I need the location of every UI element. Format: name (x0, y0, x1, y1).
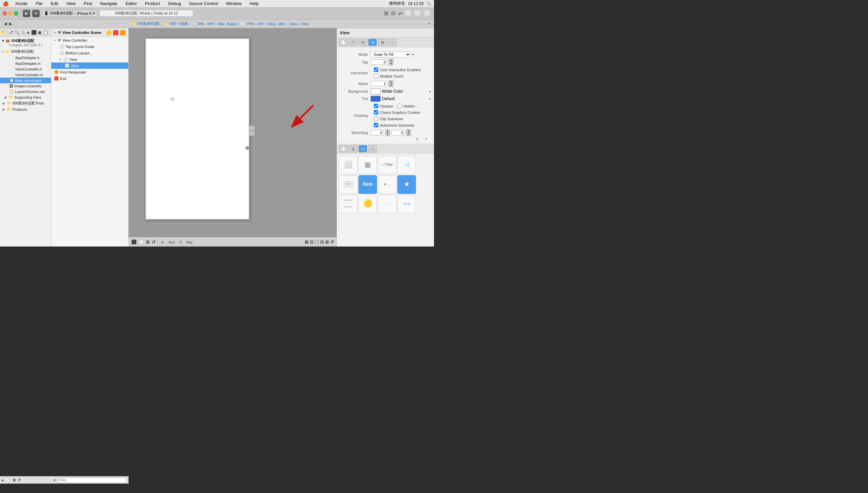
editor-version-button[interactable]: ⇌ (397, 9, 403, 17)
canvas-bottom-icon3[interactable]: ⊞ (146, 239, 150, 244)
editor-assistant-button[interactable]: ⊟ (391, 9, 396, 17)
close-button[interactable] (3, 12, 7, 16)
sidebar-item-viewcontroller-h[interactable]: 📄 ViewController.h (0, 66, 51, 72)
debug-icon[interactable]: ⬛ (31, 30, 37, 35)
add-tab-button[interactable]: + (428, 21, 430, 26)
canvas-bottom-icon2[interactable]: 🕐 (139, 239, 144, 244)
scene-item-view-parent[interactable]: ▾ ⬜ View (51, 56, 128, 62)
stop-button[interactable]: ■ (32, 10, 40, 17)
sy-decrement[interactable]: ▾ (406, 133, 411, 136)
clip-subviews-checkbox[interactable] (374, 116, 378, 121)
mode-select[interactable]: Scale To Fill (371, 51, 411, 58)
scene-item-first-responder[interactable]: 🟠 First Responder (51, 69, 128, 75)
canvas-icon-r2[interactable]: ⊡ (310, 239, 313, 244)
disclosure-vc[interactable]: ▾ (54, 39, 56, 42)
sidebar-item-supporting-files[interactable]: ▶ 📁 Supporting Files (0, 94, 51, 100)
inspector-tab-connections[interactable]: → (388, 39, 396, 46)
obj-nav-bar[interactable]: ◁ Title (378, 156, 396, 174)
obj-back-button[interactable]: ◁ (397, 156, 416, 174)
test-icon[interactable]: ◈ (26, 30, 30, 35)
sidebar-item-mainstoryboard[interactable]: 📋 Main.storyboard (0, 78, 51, 83)
sx-increment[interactable]: ▴ (385, 129, 390, 133)
canvas-icon-r5[interactable]: ⊞ (325, 239, 329, 244)
breadcrumb-folder[interactable]: 📁 008···6适配 (164, 21, 188, 26)
disclosure-main[interactable]: ▾ (2, 50, 4, 53)
alpha-decrement[interactable]: ▾ (389, 84, 393, 87)
multiple-touch-checkbox[interactable] (374, 74, 378, 78)
canvas-bottom-icon4[interactable]: ↺ (152, 239, 155, 244)
maximize-button[interactable] (14, 12, 18, 16)
sx-decrement[interactable]: ▾ (385, 133, 390, 136)
menu-help[interactable]: Help (248, 1, 260, 6)
tag-input[interactable] (371, 60, 387, 65)
menu-file[interactable]: File (34, 1, 44, 6)
inspector-tab-size[interactable]: ⊞ (378, 39, 387, 46)
obj-plain-view[interactable]: ⬜ (339, 156, 357, 174)
obj-flex-space[interactable]: 🟡 (358, 195, 377, 213)
menu-debug[interactable]: Debug (167, 1, 182, 6)
run-button[interactable]: ▶ (23, 10, 30, 17)
folder-icon[interactable]: 📁 (1, 30, 7, 35)
sidebar-item-main-group[interactable]: ▾ 📁 008案例6适配 (0, 48, 51, 55)
warning-icon[interactable]: ⚠ (21, 30, 25, 35)
disclosure-supporting[interactable]: ▶ (5, 96, 7, 99)
menu-find[interactable]: Find (82, 1, 93, 6)
canvas-icon-r3[interactable]: ⬚ (315, 239, 319, 244)
menu-view[interactable]: View (65, 1, 77, 6)
obj-arrows[interactable]: ⟺ (397, 195, 416, 213)
stretching-y-input[interactable] (392, 130, 405, 135)
obj-blue-star[interactable]: ★ (397, 175, 416, 194)
breadcrumb-view2[interactable]: View (301, 22, 309, 26)
obj-gray-view[interactable]: ▦ (358, 156, 377, 174)
search-sidebar-icon[interactable]: 🔍 (15, 30, 20, 35)
disclosure-tests[interactable]: ▶ (3, 102, 5, 105)
menu-navigate[interactable]: Navigate (99, 1, 118, 6)
inspector-tab-identity[interactable]: ⊙ (358, 39, 367, 46)
autoresize-checkbox[interactable] (374, 123, 378, 127)
breadcrumb-controller[interactable]: View...oller (268, 22, 285, 26)
nav-back-button[interactable]: ◀ (4, 21, 7, 26)
obj-star-more[interactable]: ★ ... (378, 175, 396, 194)
object-lib-tab-curly[interactable]: {} (349, 145, 357, 152)
alpha-input[interactable] (371, 81, 387, 86)
sidebar-item-viewcontroller-m[interactable]: 📄 ViewController.m (0, 72, 51, 78)
opaque-checkbox[interactable] (374, 104, 378, 108)
breadcrumb-base[interactable]: Mai...Base) (218, 22, 237, 26)
inspector-tab-quickhelp[interactable]: ? (349, 39, 357, 46)
object-lib-tab-file[interactable]: 📄 (339, 145, 348, 152)
disclosure-root[interactable]: ▾ (2, 39, 4, 43)
breadcrumb-view1[interactable]: View (289, 22, 297, 26)
scene-item-view-child[interactable]: ⬜ View (51, 62, 128, 69)
search-icon[interactable]: 🔍 (426, 1, 431, 6)
background-color-swatch[interactable] (371, 88, 381, 94)
menu-editor[interactable]: Editor (124, 1, 138, 6)
canvas-icon-r4[interactable]: ⊟ (320, 239, 324, 244)
scene-item-viewcontroller[interactable]: ▾ ⚙ View Controller (51, 37, 128, 43)
minimize-button[interactable] (8, 12, 13, 16)
canvas-bottom-icon1[interactable]: ⬛ (131, 239, 137, 244)
nav-forward-button[interactable]: ▶ (9, 21, 13, 26)
git-icon[interactable]: ⎇ (8, 30, 13, 35)
user-interaction-checkbox[interactable] (374, 67, 378, 72)
menu-window[interactable]: Window (225, 1, 243, 6)
inspector-tab-file[interactable]: 📄 (339, 39, 348, 46)
sidebar-item-appdelegate-h[interactable]: 📄 AppDelegate.h (0, 55, 51, 61)
editor-standard-button[interactable]: ⊞ (383, 9, 389, 17)
object-lib-tab-media[interactable]: □ (368, 145, 377, 152)
obj-bar-item[interactable]: Item (358, 175, 377, 194)
menu-source-control[interactable]: Source Control (187, 1, 220, 6)
menu-xcode[interactable]: Xcode (14, 1, 29, 6)
navigator-toggle-button[interactable]: ⬜ (404, 9, 413, 17)
breakpoint-icon[interactable]: ◼ (38, 30, 42, 35)
obj-fixed-space[interactable]: - - - (378, 195, 396, 213)
report-icon[interactable]: 📋 (43, 30, 48, 35)
sidebar-item-products[interactable]: ▶ 📁 Products (0, 106, 51, 112)
sidebar-item-launchscreen[interactable]: 📋 LaunchScreen.xib (0, 89, 51, 94)
obj-toolbar[interactable]: □ □ (339, 195, 357, 213)
sidebar-item-images[interactable]: 🖼 Images.xcassets (0, 83, 51, 89)
stretching-x-input[interactable] (371, 130, 384, 135)
hidden-checkbox[interactable] (397, 104, 402, 108)
tint-color-swatch[interactable] (371, 96, 381, 102)
inspector-tab-attributes[interactable]: ⊛ (368, 39, 377, 46)
obj-edit-button[interactable]: Edit (339, 175, 357, 194)
